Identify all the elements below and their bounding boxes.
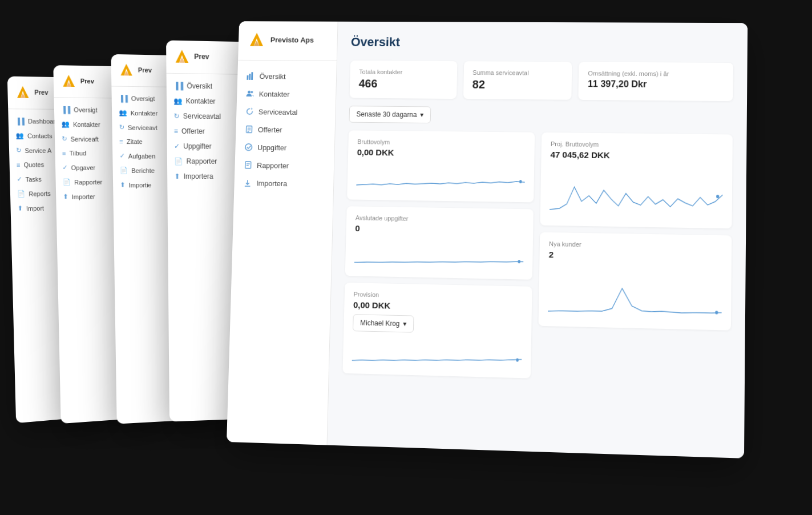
svg-point-24 (519, 180, 522, 183)
filter-row: Senaste 30 dagarna ▾ (349, 106, 733, 126)
period-dropdown[interactable]: Senaste 30 dagarna ▾ (349, 106, 431, 123)
stat-service-agreements: Summa serviceavtal 82 (463, 61, 572, 100)
avslutade-card: Avslutade uppgifter 0 (345, 206, 534, 280)
main-sidebar: Previsto Aps Översikt Kontakter (227, 21, 338, 445)
page-title: Översikt (351, 35, 734, 51)
service-agreements-value: 82 (472, 78, 563, 92)
stat-total-contacts: Totala kontakter 466 (350, 61, 457, 99)
person-dropdown[interactable]: Michael Krog ▾ (353, 314, 414, 333)
left-charts: Bruttovolym 0,00 DKK Avslutade uppgifter… (342, 130, 535, 385)
total-contacts-label: Totala kontakter (359, 69, 448, 76)
proj-brutto-label: Proj. Bruttovolym (551, 140, 724, 149)
bruttovolym-chart (356, 162, 525, 192)
main-logo: Previsto Aps (238, 30, 337, 61)
svg-rect-20 (245, 162, 251, 168)
svg-point-27 (716, 195, 719, 198)
proj-brutto-value: 47 045,62 DKK (551, 150, 724, 162)
users-icon (246, 89, 255, 98)
doc-icon (245, 125, 254, 134)
revenue-label: Omsättning (exkl. moms) i år (588, 70, 724, 78)
period-label: Senaste 30 dagarna (356, 110, 417, 119)
sidebar-item-uppgifter[interactable]: Uppgifter (235, 138, 334, 157)
refresh-icon (245, 107, 254, 116)
total-contacts-value: 466 (358, 77, 447, 91)
avslutade-label: Avslutade uppgifter (355, 214, 524, 224)
person-label: Michael Krog (360, 319, 400, 328)
provision-label: Provision (353, 291, 523, 301)
right-charts: Proj. Bruttovolym 47 045,62 DKK Nya kund… (538, 132, 733, 391)
charts-grid: Bruttovolym 0,00 DKK Avslutade uppgifter… (342, 130, 733, 391)
bruttovolym-label: Bruttovolym (357, 138, 526, 147)
nya-kunder-card: Nya kunder 2 (539, 232, 732, 331)
report-icon (244, 160, 253, 170)
sidebar-item-rapporter[interactable]: Rapporter (235, 156, 334, 175)
company-name: Previsto Aps (270, 35, 314, 44)
avslutade-value: 0 (355, 223, 524, 236)
svg-point-25 (518, 260, 520, 263)
sidebar-label-serviceavtal: Serviceavtal (258, 107, 298, 116)
sidebar-item-offerter[interactable]: Offerter (236, 120, 335, 139)
revenue-value: 11 397,20 Dkr (588, 79, 724, 90)
svg-point-26 (516, 358, 519, 361)
sidebar-label-oversikt: Översikt (260, 72, 286, 81)
scene: Prev ▐▐ Dashboard 👥 Contacts ↻ Service A… (0, 0, 812, 515)
avslutade-chart (354, 238, 524, 269)
svg-rect-10 (247, 75, 248, 80)
sidebar-item-kontakter[interactable]: Kontakter (237, 85, 336, 103)
chart-bar-icon (246, 71, 255, 81)
svg-point-28 (715, 311, 718, 314)
svg-point-14 (251, 91, 253, 93)
provision-value: 0,00 DKK (353, 300, 523, 313)
sidebar-item-serviceavtal[interactable]: Serviceavtal (236, 103, 336, 122)
chevron-down-icon: ▾ (420, 111, 423, 119)
proj-brutto-chart (550, 164, 723, 218)
sidebar-label-offerter: Offerter (258, 125, 282, 134)
bruttovolym-card: Bruttovolym 0,00 DKK (347, 130, 535, 202)
svg-rect-15 (247, 126, 252, 133)
sidebar-label-kontakter: Kontakter (259, 90, 290, 98)
main-content-area: Översikt Totala kontakter 466 Summa serv… (328, 22, 748, 458)
service-agreements-label: Summa serviceavtal (472, 69, 563, 77)
import-icon (243, 178, 252, 187)
proj-bruttovolym-card: Proj. Bruttovolym 47 045,62 DKK (540, 132, 732, 228)
person-chevron-icon: ▾ (403, 320, 406, 328)
nya-kunder-value: 2 (549, 250, 722, 263)
sidebar-label-importera: Importera (256, 179, 287, 187)
sidebar-item-importera[interactable]: Importera (234, 174, 333, 193)
sidebar-label-uppgifter: Uppgifter (257, 143, 286, 152)
check-circle-icon (244, 143, 253, 152)
top-stats: Totala kontakter 466 Summa serviceavtal … (350, 61, 733, 101)
svg-rect-12 (251, 72, 253, 80)
provision-chart (352, 335, 522, 368)
sidebar-item-oversikt[interactable]: Översikt (237, 67, 337, 85)
nya-kunder-chart (548, 264, 722, 320)
nya-kunder-label: Nya kunder (549, 240, 722, 251)
stat-revenue: Omsättning (exkl. moms) i år 11 397,20 D… (579, 62, 733, 101)
svg-point-13 (248, 91, 251, 94)
main-panel: Previsto Aps Översikt Kontakter (227, 21, 748, 458)
svg-point-19 (245, 144, 252, 151)
bruttovolym-value: 0,00 DKK (357, 147, 526, 159)
sidebar-label-rapporter: Rapporter (257, 161, 289, 170)
svg-rect-11 (249, 74, 251, 80)
provision-card: Provision 0,00 DKK Michael Krog ▾ (342, 283, 532, 379)
